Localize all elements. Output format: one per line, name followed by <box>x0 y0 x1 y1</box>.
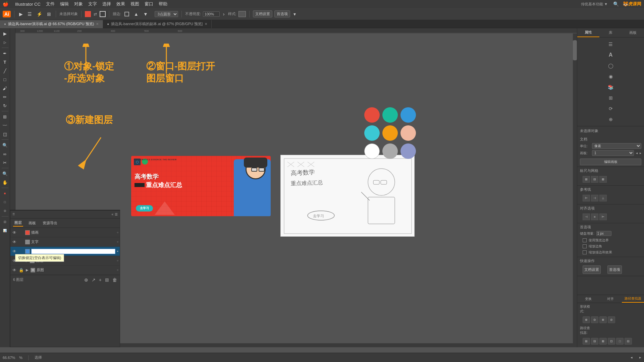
rotate-tool[interactable]: ↻ <box>1 102 9 110</box>
board-select[interactable]: 1 <box>592 150 634 156</box>
snap-bounds-checkbox[interactable] <box>583 238 587 242</box>
panel-menu-btn[interactable]: ☰ <box>115 213 118 216</box>
edit-board-button[interactable]: 编辑画板 <box>580 159 641 165</box>
menu-file[interactable]: 文件 <box>43 1 57 7</box>
quick-doc-settings-btn[interactable]: 文档设置 <box>583 265 601 274</box>
stroke-decrease-icon[interactable]: ▼ <box>142 11 149 17</box>
gradient-tool[interactable]: ◫ <box>1 130 9 138</box>
transform-tab[interactable]: 变换 <box>577 295 599 303</box>
scroll-bar-right[interactable] <box>573 34 577 347</box>
create-sublayer-btn[interactable]: ⊕ <box>84 277 88 283</box>
opacity-arrow-icon[interactable]: › <box>222 11 226 17</box>
tab-main-close[interactable]: ✕ <box>96 22 99 26</box>
show-grid-btn[interactable]: ⊟ <box>591 176 598 183</box>
rect-tool[interactable]: □ <box>1 75 9 83</box>
pathfinder-tab[interactable]: 路径查找器 <box>622 295 644 303</box>
rp-shape-icon[interactable]: ◯ <box>607 62 615 70</box>
magic-wand-icon[interactable]: ⚡ <box>35 11 44 17</box>
new-layer-btn[interactable]: + <box>99 277 102 283</box>
opacity-input[interactable] <box>203 11 220 17</box>
layer-text-lock[interactable]: 🔒 <box>18 240 24 244</box>
scale-effects-checkbox[interactable] <box>583 250 587 254</box>
preferences-button[interactable]: 首选项 <box>274 10 290 17</box>
search-icon[interactable]: 🔍 <box>613 1 619 7</box>
pencil-tool[interactable]: ✏ <box>1 93 9 101</box>
rp-properties-icon[interactable]: ☰ <box>607 40 615 48</box>
align-tab[interactable]: 对齐 <box>599 295 622 303</box>
canvas-swatch-peach[interactable] <box>400 125 416 141</box>
rp-align-icon[interactable]: ⊞ <box>607 94 615 102</box>
rp-pathfinder-icon[interactable]: ⊕ <box>607 115 615 123</box>
canvas-swatch-white[interactable] <box>364 143 380 159</box>
banner-cta-button[interactable]: 去学习 <box>136 205 153 212</box>
align-right-btn[interactable]: ⊢ <box>599 214 607 220</box>
snap-grid-btn[interactable]: ⊠ <box>599 176 607 183</box>
paintbrush-tool[interactable]: 🖌 <box>1 84 9 92</box>
unite-btn[interactable]: ⊕ <box>583 316 590 323</box>
intersect-btn[interactable]: ⊗ <box>599 316 607 323</box>
quick-preferences-btn[interactable]: 首选项 <box>607 265 622 274</box>
menu-select[interactable]: 选择 <box>100 1 114 7</box>
panel-collapse-btn[interactable]: « <box>111 213 113 216</box>
canvas-swatch-orange[interactable] <box>382 125 398 141</box>
release-guides-btn[interactable]: ⊣ <box>591 195 598 201</box>
status-nav-next[interactable]: ▸ <box>639 355 641 360</box>
chart-tool[interactable]: 📊 <box>1 227 9 235</box>
line-tool[interactable]: ╱ <box>1 67 9 75</box>
layer-row-editing[interactable]: 👁 🔒 ● <box>10 247 120 256</box>
layer-colors-eye[interactable]: 👁 <box>12 258 17 263</box>
stroke-swatch[interactable]: □ <box>1 198 9 206</box>
select-tool-icon[interactable]: ▶ <box>18 11 24 17</box>
artboard-tool[interactable]: ⊡ <box>1 218 9 226</box>
layers-tab-artboard[interactable]: 画板 <box>27 220 37 226</box>
layer-colors-lock[interactable]: 🔒 <box>18 258 24 263</box>
show-rulers-btn[interactable]: ⊞ <box>583 176 590 183</box>
menu-window[interactable]: 窗口 <box>142 1 156 7</box>
canvas-swatch-purple[interactable] <box>400 143 416 159</box>
layer-editing-eye[interactable]: 👁 <box>12 249 17 254</box>
layer-row-colors[interactable]: 👁 🔒 ▶ 配色 ○ <box>10 256 120 265</box>
exclude-btn[interactable]: ⊘ <box>608 316 615 323</box>
make-guides-btn[interactable]: ⊢ <box>583 195 590 201</box>
tab-main[interactable]: ● 插边风-banner演示稿.ai @ 66.67% (RGB/GPU 预览)… <box>0 20 103 28</box>
point-type-select[interactable]: 3点圆形 <box>155 11 178 17</box>
warp-tool[interactable]: 〰 <box>1 121 9 129</box>
corner-scale-checkbox[interactable] <box>583 244 587 248</box>
board-next-btn[interactable]: ▸ <box>640 151 641 155</box>
status-nav-prev[interactable]: ◂ <box>631 355 633 360</box>
tab-copy[interactable]: ● 插边风-banner演示稿的副本.ai @ 67% [RGB/GPU 预览]… <box>103 20 212 28</box>
scroll-thumb-right[interactable] <box>573 40 577 60</box>
menu-effect[interactable]: 效果 <box>114 1 128 7</box>
delete-layer-btn[interactable]: 🗑 <box>112 277 117 283</box>
menu-object[interactable]: 对象 <box>71 1 86 7</box>
layer-text-eye[interactable]: 👁 <box>12 240 17 244</box>
layer-draw-lock[interactable]: 🔒 <box>18 230 24 235</box>
rp-text-icon[interactable]: A <box>607 51 615 59</box>
outline-btn[interactable]: □ <box>616 338 624 345</box>
hand-tool[interactable]: ✋ <box>1 178 9 186</box>
direct-select-icon[interactable]: ☰ <box>26 11 33 17</box>
minus-front-btn[interactable]: ⊖ <box>591 316 598 323</box>
layers-tab-export[interactable]: 资源导出 <box>41 220 59 226</box>
direct-selection-tool[interactable]: ▷ <box>1 38 9 46</box>
panel-drag-handle[interactable]: ⠿ <box>12 213 15 216</box>
align-left-btn[interactable]: ⊣ <box>583 214 590 220</box>
layer-draw-eye[interactable]: 👁 <box>12 230 17 235</box>
more-options-icon[interactable]: ▾ <box>292 11 297 17</box>
zoom-tool[interactable]: 🔍 <box>1 170 9 178</box>
menu-text[interactable]: 文字 <box>86 1 100 7</box>
rp-tab-properties[interactable]: 属性 <box>577 28 599 37</box>
align-center-btn[interactable]: ≡ <box>591 214 598 220</box>
eyedropper-tool[interactable]: 🔍 <box>1 141 9 149</box>
scale-tool[interactable]: ⊞ <box>1 113 9 121</box>
menu-app[interactable]: Illustrator CC <box>12 2 43 7</box>
style-preview[interactable] <box>238 11 246 17</box>
key-inc-input[interactable] <box>596 231 611 236</box>
rp-tab-library[interactable]: 库 <box>599 28 622 37</box>
doc-settings-button[interactable]: 文档设置 <box>253 10 272 17</box>
pen-tool[interactable]: ✒ <box>1 49 9 57</box>
menu-help[interactable]: 帮助 <box>156 1 170 7</box>
unit-select[interactable]: 像素 <box>592 143 641 149</box>
crop-btn[interactable]: ⊡ <box>608 338 615 345</box>
move-layer-btn[interactable]: ↗ <box>92 277 96 283</box>
